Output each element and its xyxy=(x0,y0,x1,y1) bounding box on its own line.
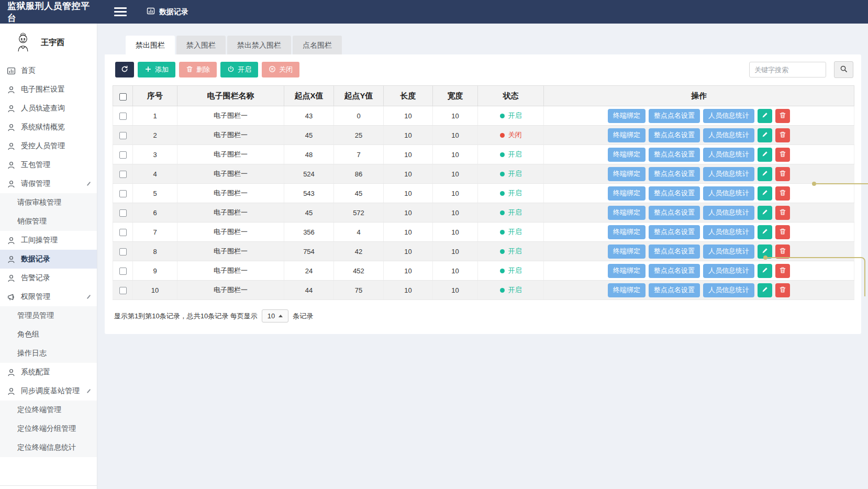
delete-button[interactable]: 删除 xyxy=(179,62,217,77)
row-checkbox[interactable] xyxy=(119,248,127,255)
sidebar-item[interactable]: 受控人员管理 xyxy=(0,137,97,155)
delete-row-button[interactable] xyxy=(775,128,790,142)
edit-button[interactable] xyxy=(758,109,772,123)
person-info-stats-button[interactable]: 人员信息统计 xyxy=(703,128,754,142)
edit-button[interactable] xyxy=(758,148,772,162)
sidebar-item[interactable]: 角色组 xyxy=(0,325,97,344)
person-icon xyxy=(7,387,16,396)
terminal-bind-button[interactable]: 终端绑定 xyxy=(608,148,646,162)
terminal-bind-button[interactable]: 终端绑定 xyxy=(608,109,646,123)
terminal-bind-button[interactable]: 终端绑定 xyxy=(608,225,646,239)
roll-call-settings-button[interactable]: 整点点名设置 xyxy=(649,283,700,297)
search-input[interactable] xyxy=(749,62,826,77)
sidebar-item[interactable]: 请假管理 xyxy=(0,174,97,193)
delete-row-button[interactable] xyxy=(775,109,790,123)
row-checkbox[interactable] xyxy=(119,209,127,217)
delete-row-button[interactable] xyxy=(775,283,790,297)
row-checkbox[interactable] xyxy=(119,287,127,294)
sidebar-item[interactable]: 同步调度基站管理 xyxy=(0,382,97,401)
search-button[interactable] xyxy=(834,61,853,78)
row-checkbox[interactable] xyxy=(119,113,127,120)
tab-2[interactable]: 禁入围栏 xyxy=(176,36,226,54)
tab-3[interactable]: 禁出禁入围栏 xyxy=(227,36,291,54)
sidebar-item[interactable]: 定位终端管理 xyxy=(0,401,97,419)
roll-call-settings-button[interactable]: 整点点名设置 xyxy=(649,186,700,201)
sidebar-item[interactable]: 操作日志 xyxy=(0,344,97,363)
page-size-select[interactable]: 10 xyxy=(262,309,288,323)
sidebar-item[interactable]: 系统配置 xyxy=(0,363,97,382)
person-info-stats-button[interactable]: 人员信息统计 xyxy=(703,109,754,123)
sidebar-item[interactable]: 销假管理 xyxy=(0,212,97,231)
roll-call-settings-button[interactable]: 整点点名设置 xyxy=(649,128,700,142)
edit-button[interactable] xyxy=(758,128,772,142)
sidebar-item[interactable]: 请假审核管理 xyxy=(0,193,97,212)
sidebar-item-label: 请假管理 xyxy=(21,179,50,188)
person-info-stats-button[interactable]: 人员信息统计 xyxy=(703,167,754,181)
terminal-bind-button[interactable]: 终端绑定 xyxy=(608,128,646,142)
sidebar-item[interactable]: 定位终端分组管理 xyxy=(0,419,97,438)
topbar-tab-data-records[interactable]: 数据记录 xyxy=(141,0,194,24)
open-button[interactable]: 开启 xyxy=(220,62,258,77)
terminal-bind-button[interactable]: 终端绑定 xyxy=(608,283,646,297)
delete-row-button[interactable] xyxy=(775,186,790,201)
edit-button[interactable] xyxy=(758,283,772,297)
row-checkbox[interactable] xyxy=(119,132,127,139)
roll-call-settings-button[interactable]: 整点点名设置 xyxy=(649,109,700,123)
sidebar-item[interactable]: 电子围栏设置 xyxy=(0,80,97,99)
sidebar-item[interactable]: 数据记录 xyxy=(0,250,97,269)
terminal-bind-button[interactable]: 终端绑定 xyxy=(608,264,646,278)
delete-row-button[interactable] xyxy=(775,167,790,181)
sidebar-item[interactable]: 人员轨迹查询 xyxy=(0,99,97,118)
refresh-button[interactable] xyxy=(115,62,134,77)
edit-button[interactable] xyxy=(758,264,772,278)
roll-call-settings-button[interactable]: 整点点名设置 xyxy=(649,244,700,259)
delete-row-button[interactable] xyxy=(775,206,790,220)
sidebar-item[interactable]: 工间操管理 xyxy=(0,231,97,250)
sidebar-item[interactable]: 系统狱情概览 xyxy=(0,118,97,137)
sidebar-item[interactable]: 首页 xyxy=(0,61,97,80)
sidebar-item[interactable]: 告警记录 xyxy=(0,269,97,287)
row-checkbox[interactable] xyxy=(119,268,127,275)
delete-row-button[interactable] xyxy=(775,148,790,162)
edit-button[interactable] xyxy=(758,244,772,259)
roll-call-settings-button[interactable]: 整点点名设置 xyxy=(649,264,700,278)
sidebar-item[interactable]: 权限管理 xyxy=(0,287,97,306)
delete-row-button[interactable] xyxy=(775,225,790,239)
person-info-stats-button[interactable]: 人员信息统计 xyxy=(703,244,754,259)
row-checkbox[interactable] xyxy=(119,171,127,178)
terminal-bind-button[interactable]: 终端绑定 xyxy=(608,186,646,201)
row-checkbox[interactable] xyxy=(119,151,127,159)
edit-button[interactable] xyxy=(758,167,772,181)
sidebar-item[interactable]: 管理员管理 xyxy=(0,306,97,325)
person-info-stats-button[interactable]: 人员信息统计 xyxy=(703,186,754,201)
row-checkbox[interactable] xyxy=(119,190,127,197)
person-info-stats-button[interactable]: 人员信息统计 xyxy=(703,148,754,162)
menu-toggle-icon[interactable] xyxy=(114,7,127,16)
terminal-bind-button[interactable]: 终端绑定 xyxy=(608,167,646,181)
close-button[interactable]: 关闭 xyxy=(262,62,299,77)
terminal-bind-button[interactable]: 终端绑定 xyxy=(608,244,646,259)
edit-button[interactable] xyxy=(758,225,772,239)
sidebar-item[interactable]: 互包管理 xyxy=(0,155,97,174)
tab-1[interactable]: 禁出围栏 xyxy=(126,36,175,54)
edit-button[interactable] xyxy=(758,186,772,201)
sidebar-item[interactable]: 定位终端信息统计 xyxy=(0,438,97,457)
select-all-checkbox[interactable] xyxy=(119,93,127,101)
roll-call-settings-button[interactable]: 整点点名设置 xyxy=(649,167,700,181)
terminal-bind-button[interactable]: 终端绑定 xyxy=(608,206,646,220)
edit-button[interactable] xyxy=(758,206,772,220)
row-start-x: 43 xyxy=(284,106,334,126)
roll-call-settings-button[interactable]: 整点点名设置 xyxy=(649,206,700,220)
delete-row-button[interactable] xyxy=(775,244,790,259)
person-info-stats-button[interactable]: 人员信息统计 xyxy=(703,264,754,278)
person-info-stats-button[interactable]: 人员信息统计 xyxy=(703,206,754,220)
roll-call-settings-button[interactable]: 整点点名设置 xyxy=(649,225,700,239)
person-info-stats-button[interactable]: 人员信息统计 xyxy=(703,283,754,297)
person-info-stats-button[interactable]: 人员信息统计 xyxy=(703,225,754,239)
tab-4[interactable]: 点名围栏 xyxy=(293,36,342,54)
delete-row-button[interactable] xyxy=(775,264,790,278)
add-button[interactable]: 添加 xyxy=(138,62,175,77)
row-checkbox[interactable] xyxy=(119,229,127,236)
status-label: 开启 xyxy=(508,285,522,295)
roll-call-settings-button[interactable]: 整点点名设置 xyxy=(649,148,700,162)
